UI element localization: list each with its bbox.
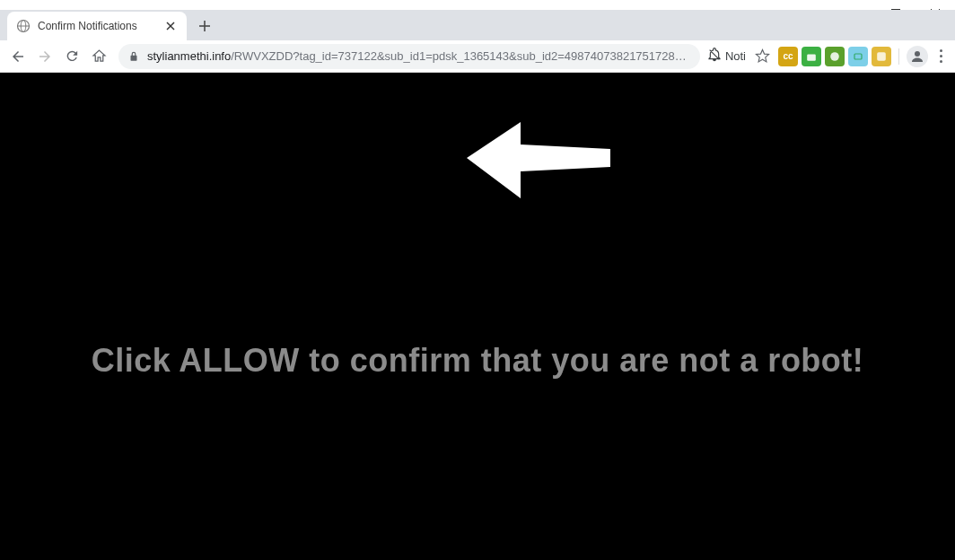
page-content: Click ALLOW to confirm that you are not … xyxy=(0,73,955,560)
new-tab-button[interactable] xyxy=(192,13,217,39)
arrow-left-icon xyxy=(467,118,610,202)
bell-off-icon xyxy=(707,48,722,65)
svg-rect-11 xyxy=(807,54,816,60)
globe-icon xyxy=(16,19,31,33)
notification-label: Noti xyxy=(725,49,746,63)
browser-toolbar: stylianmethi.info /RWVXZDD?tag_id=737122… xyxy=(0,40,955,73)
tab-strip: Confirm Notifications xyxy=(0,10,955,40)
browser-tab[interactable]: Confirm Notifications xyxy=(7,12,187,40)
url-path: /RWVXZDD?tag_id=737122&sub_id1=pdsk_1365… xyxy=(231,49,691,63)
svg-point-15 xyxy=(915,51,920,57)
extension-4[interactable] xyxy=(848,47,868,66)
address-bar[interactable]: stylianmethi.info /RWVXZDD?tag_id=737122… xyxy=(118,44,700,69)
forward-button[interactable] xyxy=(32,44,57,69)
svg-marker-16 xyxy=(467,122,610,198)
svg-rect-14 xyxy=(877,52,886,61)
profile-button[interactable] xyxy=(907,46,928,67)
toolbar-divider xyxy=(898,48,899,65)
page-message: Click ALLOW to confirm that you are not … xyxy=(0,342,955,380)
window-titlebar xyxy=(0,0,955,10)
svg-rect-13 xyxy=(854,54,862,59)
bookmark-button[interactable] xyxy=(749,44,775,69)
url-domain: stylianmethi.info xyxy=(147,49,231,63)
close-tab-button[interactable] xyxy=(163,19,178,33)
notification-indicator[interactable]: Noti xyxy=(707,48,746,65)
browser-menu-button[interactable] xyxy=(932,49,950,63)
reload-button[interactable] xyxy=(59,44,84,69)
tab-title: Confirm Notifications xyxy=(38,20,163,32)
svg-point-12 xyxy=(830,52,839,61)
extension-2[interactable] xyxy=(802,47,821,66)
extension-5[interactable] xyxy=(872,47,891,66)
back-button[interactable] xyxy=(5,44,31,69)
extension-1[interactable]: cc xyxy=(778,47,798,66)
toolbar-right: Noti cc xyxy=(707,44,950,69)
home-button[interactable] xyxy=(86,44,111,69)
lock-icon xyxy=(127,50,140,63)
extension-3[interactable] xyxy=(825,47,845,66)
